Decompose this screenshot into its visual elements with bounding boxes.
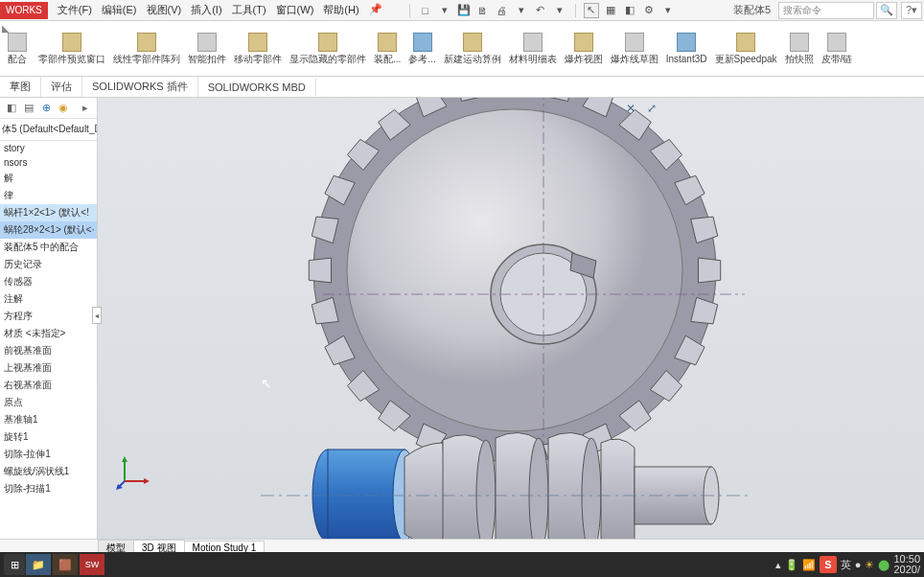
tree-item[interactable]: 材质 <未指定> — [0, 325, 97, 342]
help-button[interactable]: ?▾ — [901, 2, 922, 19]
ribbon-speedpak[interactable]: 更新Speedpak — [711, 23, 781, 74]
tray-up-icon[interactable]: ▴ — [775, 559, 781, 571]
main-area: ◧ ▤ ⊕ ◉ ▸ 体5 (Default<Default_D story ns… — [0, 98, 924, 539]
ime-lang[interactable]: 英 — [841, 558, 851, 572]
tree-root[interactable]: 体5 (Default<Default_D — [0, 119, 97, 141]
tree-item-worm[interactable]: 蜗杆1×2<1> (默认<! — [0, 204, 97, 221]
rebuild-icon[interactable]: ◧ — [622, 3, 637, 18]
taskbar-app-icon[interactable]: 🟫 — [53, 554, 78, 575]
tray-icon3[interactable]: ⬤ — [878, 559, 889, 571]
menu-tools[interactable]: 工具(T) — [228, 1, 270, 19]
tray-net-icon[interactable]: 📶 — [802, 559, 816, 571]
tree-item[interactable]: nsors — [0, 155, 97, 170]
tree-tab1-icon[interactable]: ◧ — [4, 101, 19, 116]
app-logo[interactable]: WORKS — [0, 2, 48, 19]
tree-item[interactable]: 历史记录 — [0, 256, 97, 273]
tree-tab3-icon[interactable]: ⊕ — [38, 101, 54, 116]
ribbon-preview[interactable]: 零部件预览窗口 — [35, 23, 109, 74]
tree-item[interactable]: 方程序 — [0, 308, 97, 325]
menu-edit[interactable]: 编辑(E) — [98, 1, 141, 19]
clock-date: 2020/ — [893, 565, 920, 575]
ribbon-showhidden[interactable]: 显示隐藏的零部件 — [286, 23, 370, 74]
taskbar-explorer-icon[interactable]: 📁 — [26, 554, 51, 575]
ribbon-instant3d[interactable]: Instant3D — [662, 23, 711, 74]
menubar: WORKS 文件(F) 编辑(E) 视图(V) 插入(I) 工具(T) 窗口(W… — [0, 0, 924, 21]
search-button[interactable]: 🔍 — [876, 2, 897, 19]
menu-pin-icon[interactable]: 📌 — [365, 1, 386, 19]
ribbon-expline[interactable]: 爆炸线草图 — [607, 23, 662, 74]
tree-item[interactable]: 旋转1 — [0, 428, 97, 446]
tree-item[interactable]: 注解 — [0, 290, 97, 308]
view-triad[interactable] — [115, 452, 153, 491]
tree-item[interactable]: 切除-拉伸1 — [0, 446, 97, 463]
tab-sketch[interactable]: 草图 — [0, 77, 41, 97]
viewport-3d[interactable]: ⤢ 🔍 ↶ ◫ ▦▾ ◧▾ 👁▾ 🎨▾ ⚙▾ ✕ ⤢ — [98, 98, 924, 539]
tree-item[interactable]: 装配体5 中的配合 — [0, 239, 97, 256]
print-icon[interactable]: 🖨 — [495, 3, 510, 18]
quick-access-toolbar: □ ▾ 💾 🗎 🖨 ▾ ↶ ▾ ↖ ▦ ◧ ⚙ ▾ — [405, 3, 676, 18]
tree-item[interactable]: 传感器 — [0, 273, 97, 290]
search-input[interactable]: 搜索命令 — [778, 2, 874, 19]
expand-arrow-icon[interactable]: ◣ — [2, 23, 10, 34]
ribbon-motion[interactable]: 新建运动算例 — [440, 23, 505, 74]
tray-battery-icon[interactable]: 🔋 — [785, 559, 798, 571]
gear-model — [155, 98, 750, 539]
svg-marker-18 — [144, 478, 150, 484]
tree-item-wormgear[interactable]: 蜗轮28×2<1> (默认<· — [0, 221, 97, 239]
tree-tab4-icon[interactable]: ◉ — [56, 101, 71, 116]
new-icon[interactable]: □ — [418, 3, 433, 18]
menu-window[interactable]: 窗口(W) — [272, 1, 318, 19]
tree-tab2-icon[interactable]: ▤ — [21, 101, 36, 116]
tab-addins[interactable]: SOLIDWORKS 插件 — [82, 77, 198, 97]
ribbon-skeleton[interactable]: 皮带/链 — [818, 23, 857, 74]
ribbon-assembly[interactable]: 装配... — [370, 23, 404, 74]
panel-iconbar: ◧ ▤ ⊕ ◉ ▸ — [0, 98, 97, 119]
ribbon-move[interactable]: 移动零部件 — [230, 23, 286, 74]
dropdown3-icon[interactable]: ▾ — [660, 3, 676, 18]
tree-item[interactable]: story — [0, 141, 97, 155]
document-title: 装配体5 — [733, 3, 771, 17]
ribbon-bom[interactable]: 材料明细表 — [505, 23, 561, 74]
tree-item[interactable]: 基准轴1 — [0, 411, 97, 428]
ribbon-snapshot[interactable]: 拍快照 — [781, 23, 818, 74]
tree-item[interactable]: 右视基准面 — [0, 377, 97, 394]
saveall-icon[interactable]: 🗎 — [475, 3, 491, 18]
save-icon[interactable]: 💾 — [456, 3, 472, 18]
tab-mbd[interactable]: SOLIDWORKS MBD — [198, 79, 316, 96]
svg-point-11 — [582, 438, 601, 539]
open-icon[interactable]: ▾ — [437, 3, 452, 18]
tree-item[interactable]: 上视基准面 — [0, 359, 97, 377]
tree-item[interactable]: 切除-扫描1 — [0, 480, 97, 497]
ribbon-fastener[interactable]: 智能扣件 — [184, 23, 230, 74]
options-icon[interactable]: ⚙ — [641, 3, 657, 18]
tree-item[interactable]: 原点 — [0, 394, 97, 411]
start-button[interactable]: ⊞ — [4, 554, 25, 575]
tree-items: story nsors 解 律 蜗杆1×2<1> (默认<! 蜗轮28×2<1>… — [0, 141, 97, 539]
ribbon-exploded[interactable]: 爆炸视图 — [561, 23, 607, 74]
tree-item[interactable]: 螺旋线/涡状线1 — [0, 463, 97, 480]
menu-view[interactable]: 视图(V) — [143, 1, 186, 19]
dropdown-icon[interactable]: ▾ — [514, 3, 529, 18]
svg-point-10 — [529, 438, 548, 539]
tab-evaluate[interactable]: 评估 — [41, 77, 82, 97]
splitter-handle[interactable]: ◂ — [92, 307, 102, 324]
undo-icon[interactable]: ↶ — [533, 3, 548, 18]
menu-file[interactable]: 文件(F) — [54, 1, 96, 19]
tree-item[interactable]: 前视基准面 — [0, 342, 97, 359]
sogou-ime-icon[interactable]: S — [820, 556, 837, 573]
taskbar-solidworks-icon[interactable]: SW — [80, 554, 104, 575]
tray-icon1[interactable]: ● — [855, 559, 862, 570]
tree-item[interactable]: 律 — [0, 187, 97, 204]
menu-help[interactable]: 帮助(H) — [319, 1, 362, 19]
select-icon[interactable]: ↖ — [584, 3, 599, 18]
windows-taskbar: ⊞ 📁 🟫 SW ▴ 🔋 📶 S 英 ● ☀ ⬤ 10:50 2020/ — [0, 552, 924, 577]
dropdown2-icon[interactable]: ▾ — [552, 3, 567, 18]
tree-expand-icon[interactable]: ▸ — [78, 101, 93, 116]
menu-insert[interactable]: 插入(I) — [187, 1, 225, 19]
tray-icon2[interactable]: ☀ — [865, 559, 874, 571]
tree-item[interactable]: 解 — [0, 170, 97, 187]
ribbon-reference[interactable]: 参考... — [404, 23, 439, 74]
ribbon-pattern[interactable]: 线性零部件阵列 — [109, 23, 184, 74]
grid-icon[interactable]: ▦ — [603, 3, 618, 18]
svg-point-9 — [476, 440, 496, 539]
